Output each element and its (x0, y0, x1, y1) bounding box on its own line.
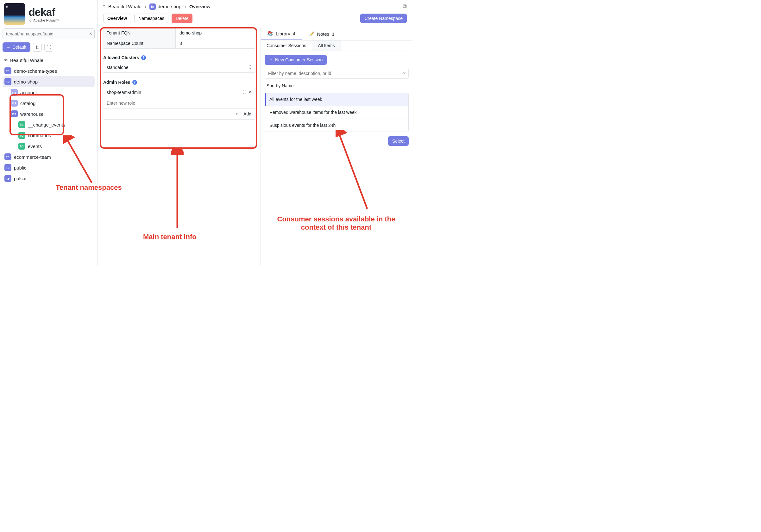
subtab-consumer-sessions[interactable]: Consumer Sessions (261, 40, 312, 51)
topic-icon: to (18, 121, 25, 128)
topic-label: events (28, 143, 42, 149)
select-button[interactable]: Select (388, 136, 409, 146)
logo-image (4, 3, 25, 25)
session-list: All events for the last week Removed war… (264, 93, 409, 132)
copy-icon[interactable]: ⧉ (403, 3, 407, 10)
tenant-overview: Tenant FQN demo-shop Namespace Count 3 A… (97, 27, 261, 266)
default-key-button[interactable]: ⊸ Default (3, 42, 30, 52)
topic-node[interactable]: to events (3, 141, 95, 151)
tree: ≈ Beautiful Whale te demo-schema-types t… (3, 55, 95, 264)
topic-label: commands (28, 133, 51, 138)
namespace-icon: ns (11, 100, 18, 107)
clear-filter-icon[interactable]: × (403, 71, 406, 76)
button-label: New Consumer Session (275, 57, 322, 62)
namespace-node[interactable]: ns account (3, 87, 95, 98)
remove-icon[interactable]: × (249, 89, 251, 95)
plus-icon: ＋ (235, 111, 239, 117)
namespace-node[interactable]: ns warehouse (3, 109, 95, 119)
tenant-icon: te (4, 67, 11, 74)
tenant-icon: te (149, 4, 156, 10)
tenant-node-selected[interactable]: te demo-shop (3, 76, 95, 87)
toolbar: Overview Namespaces Delete Create Namesp… (97, 14, 412, 27)
info-key-nscount: Namespace Count (103, 38, 176, 48)
tab-count: 4 (293, 31, 295, 36)
crumb-label: demo-shop (158, 4, 181, 9)
info-val-fqn: demo-shop (176, 28, 255, 38)
namespace-node[interactable]: ns catalog (3, 98, 95, 109)
notes-icon: 📝 (308, 31, 314, 37)
session-filter-input[interactable] (265, 68, 408, 79)
topic-label: __change_events (28, 122, 65, 128)
info-key-fqn: Tenant FQN (103, 28, 176, 38)
tenant-icon: te (4, 153, 11, 160)
tab-library[interactable]: 📚 Library 4 (261, 27, 302, 40)
brand-tagline: for Apache Pulsar™ (29, 18, 60, 22)
session-item[interactable]: Suspisious events for the last 24h (265, 119, 408, 132)
new-consumer-session-button[interactable]: ＋ New Consumer Session (264, 55, 327, 65)
tab-label: Library (276, 31, 290, 36)
drag-handle-icon[interactable]: ⠿ (243, 90, 246, 95)
drag-handle-icon[interactable]: ⠿ (248, 65, 251, 70)
admin-roles-list: shop-team-admin ⠿ × ＋ Add (102, 87, 256, 120)
tenant-node[interactable]: te pulsar (3, 173, 95, 184)
help-icon[interactable]: ? (141, 55, 146, 60)
help-icon[interactable]: ? (132, 80, 137, 85)
section-label: Admin Roles (103, 80, 130, 85)
cluster-icon: ≈ (4, 57, 8, 64)
right-panel: 📚 Library 4 📝 Notes 1 Consumer Sessions … (261, 27, 412, 266)
tenant-icon: te (4, 175, 11, 182)
info-val-nscount: 3 (176, 38, 255, 48)
new-role-input[interactable] (107, 101, 251, 106)
search-input[interactable] (3, 28, 95, 39)
tenant-label: demo-shop (14, 79, 38, 84)
tab-namespaces[interactable]: Namespaces (134, 14, 168, 23)
main: ≈ Beautiful Whale › te demo-shop › Overv… (97, 0, 412, 266)
chevron-right-icon: › (145, 4, 146, 9)
namespace-icon: ns (11, 110, 18, 117)
tab-label: Notes (317, 31, 329, 37)
tab-notes[interactable]: 📝 Notes 1 (302, 27, 341, 40)
collapse-icon[interactable]: ⇅ (33, 43, 42, 52)
subtab-all-items[interactable]: All Items (312, 40, 341, 51)
search-clear-icon[interactable]: × (89, 31, 92, 37)
namespace-icon: ns (11, 89, 18, 96)
tenant-node[interactable]: te public (3, 162, 95, 173)
admin-roles-title: Admin Roles ? (103, 80, 256, 85)
tab-overview[interactable]: Overview (103, 14, 131, 23)
session-item[interactable]: Removed warehouse items for the last wee… (265, 106, 408, 119)
tenant-label: demo-schema-types (14, 68, 57, 74)
crumb-label: Beautiful Whale (108, 4, 142, 9)
tenant-icon: te (4, 164, 11, 171)
cluster-label: Beautiful Whale (10, 58, 43, 63)
section-label: Allowed Clusters (103, 55, 139, 60)
namespace-label: catalog (20, 101, 35, 106)
topic-node[interactable]: to __change_events (3, 119, 95, 130)
allowed-clusters-title: Allowed Clusters ? (103, 55, 256, 60)
tenant-node[interactable]: te demo-schema-types (3, 66, 95, 76)
crumb-tenant[interactable]: te demo-shop (149, 4, 181, 10)
tenant-icon: te (4, 78, 11, 85)
tab-count: 1 (332, 31, 334, 37)
create-namespace-button[interactable]: Create Namespace (360, 14, 407, 23)
library-icon: 📚 (267, 31, 273, 36)
session-item[interactable]: All events for the last week (265, 93, 408, 106)
topic-icon: to (18, 143, 25, 150)
tenant-node[interactable]: te ecommerce-team (3, 151, 95, 162)
sidebar: dekaf for Apache Pulsar™ × ⊸ Default ⇅ ⛶… (0, 0, 97, 266)
plus-icon: ＋ (269, 57, 273, 63)
tenant-label: pulsar (14, 176, 27, 181)
default-button-label: Default (12, 45, 26, 50)
breadcrumb: ≈ Beautiful Whale › te demo-shop › Overv… (97, 0, 412, 14)
topic-icon: to (18, 132, 25, 139)
key-icon: ⊸ (7, 45, 11, 50)
namespace-label: account (20, 90, 37, 95)
add-button[interactable]: Add (243, 111, 251, 116)
allowed-clusters-list: standalone ⠿ (102, 62, 256, 73)
sort-control[interactable]: Sort by Name ↓ (264, 82, 409, 89)
role-item: shop-team-admin (107, 90, 240, 95)
crumb-cluster[interactable]: ≈ Beautiful Whale (103, 3, 142, 10)
delete-button[interactable]: Delete (172, 14, 193, 23)
cluster-node[interactable]: ≈ Beautiful Whale (3, 55, 95, 66)
topic-node[interactable]: to commands (3, 130, 95, 141)
focus-icon[interactable]: ⛶ (44, 43, 53, 52)
